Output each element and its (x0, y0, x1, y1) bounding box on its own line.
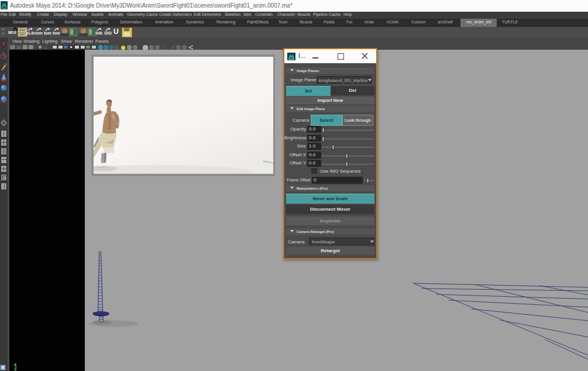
svg-text:y: y (14, 367, 16, 371)
